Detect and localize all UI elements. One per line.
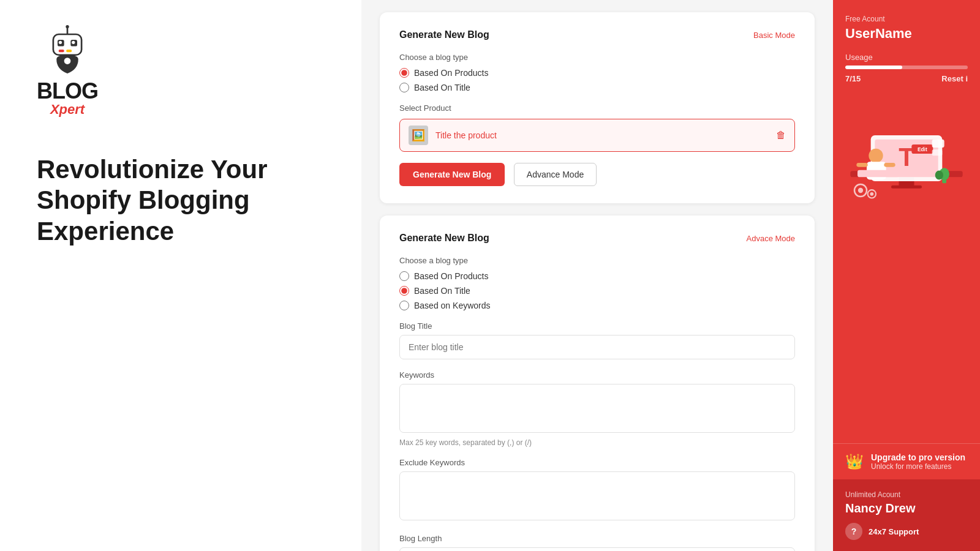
advance-mode-link[interactable]: Advace Mode	[747, 234, 796, 243]
blog-type-radio-group-1: Based On Products Based On Title	[399, 68, 795, 92]
upgrade-sub: Unlock for more features	[871, 462, 965, 471]
select-product-label: Select Product	[399, 103, 795, 113]
exclude-keywords-label: Exclude Keywords	[399, 458, 795, 467]
svg-rect-32	[932, 149, 943, 156]
svg-rect-22	[884, 163, 895, 167]
exclude-keywords-field: Exclude Keywords	[399, 458, 795, 523]
svg-point-10	[64, 58, 71, 64]
radio-based-on-products-1[interactable]: Based On Products	[399, 68, 795, 78]
logo-area: BLOG Xpert	[37, 24, 98, 118]
right-panel: Free Acount UserName Useage 7/15 Reset i…	[833, 0, 980, 551]
svg-rect-21	[856, 163, 867, 167]
illustration-svg: T Edit	[845, 89, 968, 212]
radio-based-on-products-2[interactable]: Based On Products	[399, 271, 795, 281]
unlimited-name: Nancy Drew	[845, 501, 968, 515]
blog-type-radio-group-2: Based On Products Based On Title Based o…	[399, 271, 795, 310]
blog-title-input[interactable]	[399, 335, 795, 359]
radio-based-on-title-2[interactable]: Based On Title	[399, 286, 795, 296]
usage-current: 7/15	[845, 74, 861, 83]
radio-based-on-keywords[interactable]: Based on Keywords	[399, 301, 795, 310]
card2-header: Generate New Blog Advace Mode	[399, 233, 795, 244]
svg-point-6	[72, 41, 75, 44]
generate-blog-card-1: Generate New Blog Basic Mode Choose a bl…	[380, 12, 815, 203]
upgrade-title: Upgrade to pro version	[871, 452, 965, 462]
delete-product-icon[interactable]: 🗑	[776, 130, 786, 141]
blog-title-field: Blog Title	[399, 321, 795, 359]
product-select-box[interactable]: 🖼️ Title the product 🗑	[399, 119, 795, 152]
radio-products-1-input[interactable]	[399, 68, 409, 78]
svg-point-19	[869, 149, 883, 163]
usage-label: Useage	[845, 53, 968, 62]
product-title-text: Title the product	[435, 130, 769, 140]
unlimited-card: Unlimited Acount Nancy Drew ? 24x7 Suppo…	[833, 479, 980, 551]
svg-point-25	[858, 188, 863, 193]
radio-products-2-input[interactable]	[399, 271, 409, 281]
advance-mode-button[interactable]: Advance Mode	[514, 163, 597, 186]
support-text: 24x7 Support	[869, 527, 919, 536]
left-panel: BLOG Xpert Revolutionize Your Shopify Bl…	[0, 0, 361, 551]
radio-keywords-input[interactable]	[399, 301, 409, 310]
radio-based-on-title-1[interactable]: Based On Title	[399, 83, 795, 92]
upgrade-banner[interactable]: 👑 Upgrade to pro version Unlock for more…	[833, 443, 980, 479]
product-thumbnail: 🖼️	[409, 126, 428, 145]
crown-icon: 👑	[845, 453, 864, 470]
svg-point-27	[870, 192, 873, 196]
keywords-hint: Max 25 key words, separated by (,) or (/…	[399, 438, 795, 447]
radio-title-1-label: Based On Title	[414, 83, 470, 92]
svg-point-30	[935, 171, 943, 180]
blog-length-label: Blog Length	[399, 534, 795, 543]
support-icon: ?	[845, 523, 862, 540]
svg-rect-7	[59, 50, 64, 52]
svg-rect-31	[932, 140, 944, 148]
upgrade-text: Upgrade to pro version Unlock for more f…	[871, 452, 965, 471]
keywords-field: Keywords Max 25 key words, separated by …	[399, 370, 795, 447]
free-account-label: Free Acount	[845, 15, 968, 23]
username-display: UserName	[845, 26, 968, 42]
reset-label[interactable]: Reset i	[941, 74, 968, 83]
blog-type-label-2: Choose a blog type	[399, 256, 795, 265]
support-row: ? 24x7 Support	[845, 523, 968, 540]
card2-title: Generate New Blog	[399, 233, 489, 244]
radio-products-1-label: Based On Products	[414, 68, 488, 78]
blog-length-field: Blog Length Select Short Medium Long	[399, 534, 795, 551]
radio-title-2-input[interactable]	[399, 286, 409, 296]
blog-length-select[interactable]: Select Short Medium Long	[399, 547, 795, 551]
generate-blog-card-2: Generate New Blog Advace Mode Choose a b…	[380, 216, 815, 551]
radio-products-2-label: Based On Products	[414, 271, 488, 281]
illustration-area: T Edit	[845, 83, 968, 212]
usage-progress-fill	[845, 66, 902, 69]
card1-header: Generate New Blog Basic Mode	[399, 29, 795, 40]
svg-text:Edit: Edit	[918, 146, 927, 152]
svg-rect-13	[891, 186, 922, 189]
basic-mode-link[interactable]: Basic Mode	[753, 31, 795, 40]
radio-title-1-input[interactable]	[399, 83, 409, 92]
svg-rect-23	[858, 170, 899, 178]
svg-point-1	[66, 25, 69, 28]
usage-progress-bar	[845, 66, 968, 69]
svg-point-5	[59, 41, 62, 44]
robot-logo-icon	[43, 24, 92, 73]
svg-rect-8	[66, 50, 72, 52]
generate-blog-button-1[interactable]: Generate New Blog	[399, 163, 505, 186]
card1-actions: Generate New Blog Advance Mode	[399, 163, 795, 186]
card1-title: Generate New Blog	[399, 29, 489, 40]
exclude-keywords-textarea[interactable]	[399, 471, 795, 520]
keywords-label: Keywords	[399, 370, 795, 380]
keywords-textarea[interactable]	[399, 384, 795, 433]
blog-type-label-1: Choose a blog type	[399, 53, 795, 62]
logo-text: BLOG Xpert	[37, 78, 98, 118]
usage-numbers: 7/15 Reset i	[845, 74, 968, 83]
radio-keywords-label: Based on Keywords	[414, 301, 491, 310]
tagline: Revolutionize Your Shopify Blogging Expe…	[37, 154, 318, 247]
blog-title-label: Blog Title	[399, 321, 795, 331]
unlimited-label: Unlimited Acount	[845, 490, 968, 499]
radio-title-2-label: Based On Title	[414, 286, 470, 296]
user-card: Free Acount UserName Useage 7/15 Reset i…	[833, 0, 980, 443]
main-content: Generate New Blog Basic Mode Choose a bl…	[361, 0, 833, 551]
logo-blog: BLOG	[37, 78, 98, 104]
